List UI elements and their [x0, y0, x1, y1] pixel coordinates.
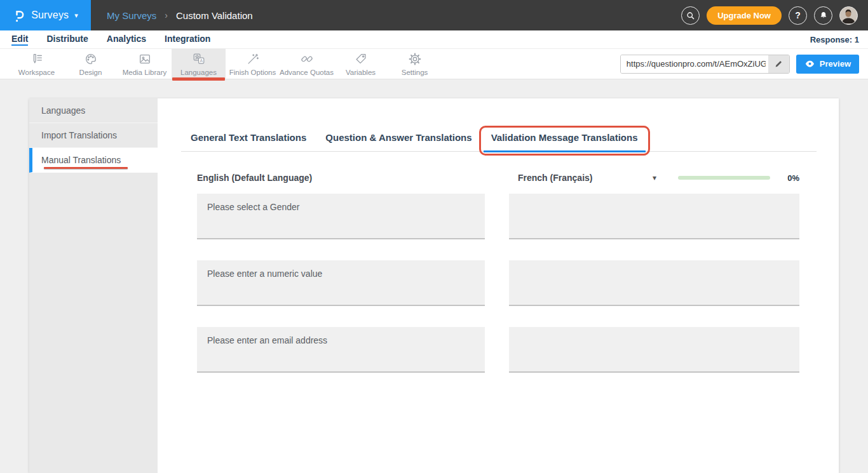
toolbar-item-label: Design	[79, 69, 102, 76]
sidebar-item-label: Import Translations	[41, 130, 117, 140]
product-name: Surveys	[31, 10, 69, 21]
advance-quotas-icon	[299, 52, 315, 66]
design-icon	[83, 52, 98, 66]
upgrade-now-button[interactable]: Upgrade Now	[707, 6, 782, 25]
avatar-photo	[840, 7, 857, 23]
sidebar-item-label: Manual Translations	[41, 155, 121, 165]
workspace-icon	[29, 52, 44, 66]
preview-button-label: Preview	[820, 59, 851, 69]
toolbar-right: Preview	[620, 55, 859, 74]
settings-icon	[407, 52, 423, 66]
toolbar-item-label: Workspace	[18, 69, 55, 76]
toolbar-item-design[interactable]: Design	[64, 49, 118, 79]
chevron-down-icon[interactable]: ▾	[653, 174, 656, 182]
sidebar-item-languages[interactable]: Languages	[29, 98, 158, 123]
source-text-box: Please enter a numeric value	[197, 260, 485, 306]
tab-general-text-translations[interactable]: General Text Translations	[181, 127, 316, 151]
notifications-button[interactable]	[814, 6, 832, 25]
subnav-item-edit[interactable]: Edit	[11, 34, 28, 46]
tab-label: Validation Message Translations	[491, 132, 638, 143]
subnav-items: Edit Distribute Analytics Integration	[11, 34, 210, 46]
languages-sidebar: Languages Import Translations Manual Tra…	[29, 98, 158, 473]
breadcrumb-current: Custom Validation	[176, 10, 253, 21]
page-content: Languages Import Translations Manual Tra…	[0, 79, 868, 473]
product-switcher[interactable]: Surveys ▾	[0, 0, 91, 30]
toolbar-item-label: Advance Quotas	[280, 69, 334, 76]
translation-progress-percent: 0%	[783, 173, 799, 183]
toolbar-item-languages[interactable]: A Languages	[172, 49, 226, 79]
topbar-actions: Upgrade Now ?	[681, 6, 868, 25]
languages-icon: A	[191, 52, 207, 66]
toolbar-item-variables[interactable]: Variables	[334, 49, 388, 79]
survey-url-input[interactable]	[621, 55, 768, 73]
toolbar-item-label: Settings	[402, 69, 428, 76]
search-button[interactable]	[681, 6, 700, 25]
topbar: Surveys ▾ My Surveys › Custom Validation…	[0, 0, 868, 30]
questionpro-logo-icon	[13, 7, 25, 23]
sidebar-item-label: Languages	[41, 105, 85, 116]
subnav-item-integration[interactable]: Integration	[165, 34, 210, 46]
sidebar-item-import-translations[interactable]: Import Translations	[29, 123, 158, 148]
translation-rows: Please select a Gender Please enter a nu…	[197, 194, 799, 373]
language-header-row: English (Default Language) French (Franç…	[197, 172, 799, 183]
translation-row: Please select a Gender	[197, 194, 799, 239]
subnav-item-distribute[interactable]: Distribute	[46, 34, 88, 46]
target-language-column-header: French (Français) ▾ 0%	[509, 173, 799, 183]
target-translation-input[interactable]	[509, 194, 799, 239]
tab-validation-message-translations[interactable]: Validation Message Translations	[482, 127, 648, 151]
finish-options-icon	[245, 52, 261, 66]
bell-icon	[818, 10, 829, 20]
tab-label: General Text Translations	[191, 132, 306, 143]
target-translation-input[interactable]	[509, 260, 799, 306]
source-language-column-header: English (Default Language)	[197, 172, 485, 183]
response-count-label: Response: 1	[810, 35, 859, 44]
user-avatar[interactable]	[839, 6, 858, 25]
help-button[interactable]: ?	[789, 6, 807, 25]
sidebar-item-manual-translations[interactable]: Manual Translations	[29, 148, 158, 173]
toolbar-item-settings[interactable]: Settings	[388, 49, 442, 79]
edit-toolbar: Workspace Design Media Library A Languag…	[0, 48, 868, 79]
tab-question-answer-translations[interactable]: Question & Answer Translations	[316, 127, 481, 151]
breadcrumb-separator-icon: ›	[165, 10, 168, 20]
survey-subnav: Edit Distribute Analytics Integration Re…	[0, 30, 868, 48]
tab-label: Question & Answer Translations	[325, 132, 471, 143]
toolbar-item-label: Variables	[346, 69, 376, 76]
toolbar-item-advance-quotas[interactable]: Advance Quotas	[280, 49, 334, 79]
target-translation-input[interactable]	[509, 327, 799, 373]
chevron-down-icon: ▾	[74, 12, 78, 19]
breadcrumb: My Surveys › Custom Validation	[107, 10, 253, 21]
translations-panel: Languages Import Translations Manual Tra…	[29, 98, 839, 473]
pencil-icon	[774, 59, 783, 69]
breadcrumb-parent-link[interactable]: My Surveys	[107, 10, 156, 21]
translations-main: General Text Translations Question & Ans…	[158, 98, 839, 473]
toolbar-item-finish-options[interactable]: Finish Options	[226, 49, 280, 79]
translation-progress-bar	[678, 176, 770, 180]
svg-text:A: A	[200, 58, 203, 62]
toolbar-item-workspace[interactable]: Workspace	[10, 49, 64, 79]
search-icon	[685, 10, 696, 21]
toolbar-item-label: Media Library	[123, 69, 167, 76]
survey-url-group	[620, 55, 790, 74]
toolbar-item-label: Finish Options	[229, 69, 276, 76]
question-mark-icon: ?	[795, 10, 801, 20]
translation-tabs: General Text Translations Question & Ans…	[181, 127, 817, 152]
variables-icon	[353, 52, 369, 66]
target-language-selector[interactable]: French (Français)	[518, 173, 592, 183]
eye-icon	[804, 60, 815, 68]
preview-button[interactable]: Preview	[796, 55, 859, 74]
translation-row: Please enter a numeric value	[197, 260, 799, 306]
source-text-box: Please select a Gender	[197, 194, 485, 239]
translation-row: Please enter an email address	[197, 327, 799, 373]
media-library-icon	[137, 52, 153, 66]
toolbar-item-media-library[interactable]: Media Library	[118, 49, 172, 79]
edit-url-button[interactable]	[768, 55, 789, 73]
source-language-label: English (Default Language)	[197, 173, 312, 183]
source-text-box: Please enter an email address	[197, 327, 485, 373]
subnav-item-analytics[interactable]: Analytics	[107, 34, 146, 46]
toolbar-item-label: Languages	[180, 69, 217, 76]
